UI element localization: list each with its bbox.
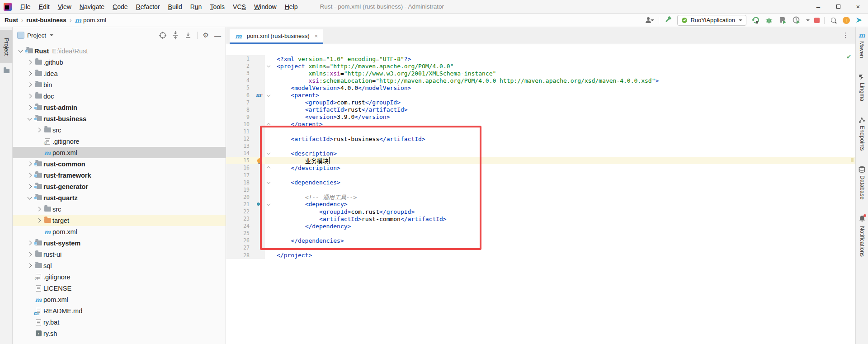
code-line-28[interactable]: 28</project> bbox=[226, 252, 855, 259]
run-configuration-select[interactable]: RuoYiApplication bbox=[677, 15, 746, 26]
tree-chevron-icon[interactable] bbox=[34, 128, 42, 132]
notifications-tool-window-button[interactable]: Notifications bbox=[859, 215, 865, 257]
project-view-selector[interactable]: Project bbox=[27, 32, 46, 39]
code-line-3[interactable]: 3 xmlns:xsi="http://www.w3.org/2001/XMLS… bbox=[226, 70, 855, 77]
tree-item-license[interactable]: LICENSE bbox=[13, 283, 226, 294]
user-account-button[interactable] bbox=[645, 16, 654, 25]
tree-chevron-icon[interactable] bbox=[25, 118, 33, 120]
tree-chevron-icon[interactable] bbox=[25, 174, 33, 177]
code-line-6[interactable]: 6m↑ <parent> bbox=[226, 91, 855, 99]
tree-item-rust-quartz[interactable]: rust-quartz bbox=[13, 192, 226, 203]
menu-build[interactable]: Build bbox=[164, 1, 186, 12]
tree-item-rust-framework[interactable]: rust-framework bbox=[13, 170, 226, 181]
tree-item--gitignore[interactable]: ⊘.gitignore bbox=[13, 271, 226, 283]
tree-item--idea[interactable]: .idea bbox=[13, 68, 226, 79]
code-line-23[interactable]: 23 <artifactId>rust-common</artifactId> bbox=[226, 215, 855, 222]
menu-edit[interactable]: Edit bbox=[35, 1, 54, 12]
tree-item-target[interactable]: target bbox=[13, 215, 226, 226]
menu-code[interactable]: Code bbox=[108, 1, 132, 12]
menu-view[interactable]: View bbox=[54, 1, 75, 12]
expand-all-icon[interactable] bbox=[172, 32, 179, 39]
tree-item-bin[interactable]: bin bbox=[13, 79, 226, 90]
fold-marker-icon[interactable] bbox=[265, 91, 272, 99]
tree-item-doc[interactable]: doc bbox=[13, 90, 226, 102]
code-line-16[interactable]: 16 </description> bbox=[226, 164, 855, 171]
debug-button[interactable] bbox=[764, 16, 774, 25]
bulb-gutter-icon[interactable] bbox=[254, 157, 265, 164]
code-line-17[interactable]: 17 bbox=[226, 172, 855, 179]
tree-item-sql[interactable]: sql bbox=[13, 260, 226, 271]
tree-item-rust[interactable]: RustE:\idea\Rust bbox=[13, 45, 226, 57]
breadcrumb-module[interactable]: rust-business bbox=[26, 17, 66, 24]
code-line-9[interactable]: 9 <version>3.9.0</version> bbox=[226, 113, 855, 121]
coverage-button[interactable] bbox=[792, 16, 801, 25]
lingma-button[interactable] bbox=[854, 16, 863, 25]
tree-chevron-icon[interactable] bbox=[25, 61, 33, 64]
tree-item--gitignore[interactable]: ⊘.gitignore bbox=[13, 136, 226, 147]
project-tool-window-button[interactable]: Project bbox=[0, 30, 13, 63]
code-line-22[interactable]: 22 <groupId>com.rust</groupId> bbox=[226, 208, 855, 215]
menu-navigate[interactable]: Navigate bbox=[75, 1, 108, 12]
tree-item-pom-xml[interactable]: mpom.xml bbox=[13, 226, 226, 237]
editor-options-kebab-icon[interactable]: ⋮ bbox=[842, 31, 849, 39]
stop-button[interactable] bbox=[814, 18, 820, 23]
tree-item-rust-admin[interactable]: rust-admin bbox=[13, 102, 226, 113]
breadcrumb-file[interactable]: pom.xml bbox=[83, 17, 106, 24]
maven-parent-gutter-icon[interactable]: m↑ bbox=[254, 91, 265, 99]
tree-item-src[interactable]: src bbox=[13, 124, 226, 136]
chevron-down-icon[interactable] bbox=[806, 19, 810, 21]
code-editor[interactable]: 1<?xml version="1.0" encoding="UTF-8"?>2… bbox=[226, 44, 855, 344]
fold-marker-icon[interactable] bbox=[265, 62, 272, 70]
code-line-4[interactable]: 4 xsi:schemaLocation="http://maven.apach… bbox=[226, 77, 855, 84]
code-line-1[interactable]: 1<?xml version="1.0" encoding="UTF-8"?> bbox=[226, 55, 855, 62]
settings-gear-icon[interactable]: ⚙ bbox=[203, 31, 209, 39]
tree-item-rust-common[interactable]: rust-common bbox=[13, 158, 226, 170]
tree-chevron-icon[interactable] bbox=[34, 219, 42, 222]
tab-pom-xml[interactable]: m pom.xml (rust-business) × bbox=[230, 29, 323, 44]
update-available-button[interactable]: ↑ bbox=[843, 17, 850, 24]
code-line-5[interactable]: 5 <modelVersion>4.0.0</modelVersion> bbox=[226, 84, 855, 91]
tree-chevron-icon[interactable] bbox=[25, 253, 33, 256]
tree-item-rust-generator[interactable]: rust-generator bbox=[13, 181, 226, 192]
code-line-18[interactable]: 18 <dependencies> bbox=[226, 179, 855, 186]
code-line-15[interactable]: 15 业务模块 bbox=[226, 157, 855, 164]
menu-vcs[interactable]: VCS bbox=[229, 1, 250, 12]
menu-window[interactable]: Window bbox=[250, 1, 281, 12]
code-line-8[interactable]: 8 <artifactId>rust</artifactId> bbox=[226, 106, 855, 113]
fold-marker-icon[interactable] bbox=[265, 179, 272, 186]
endpoints-tool-window-button[interactable]: Endpoints bbox=[859, 117, 865, 151]
code-line-2[interactable]: 2<project xmlns="http://maven.apache.org… bbox=[226, 62, 855, 70]
fold-marker-icon[interactable] bbox=[265, 150, 272, 157]
tree-chevron-icon[interactable] bbox=[25, 241, 33, 245]
menu-tools[interactable]: Tools bbox=[206, 1, 229, 12]
tree-chevron-icon[interactable] bbox=[25, 106, 33, 109]
tree-item-ry-sh[interactable]: ›ry.sh bbox=[13, 328, 226, 339]
code-line-25[interactable]: 25 bbox=[226, 230, 855, 237]
code-line-21[interactable]: 21↑ <dependency> bbox=[226, 201, 855, 208]
menu-file[interactable]: File bbox=[16, 1, 35, 12]
collapse-all-icon[interactable] bbox=[184, 32, 192, 39]
profiler-button[interactable] bbox=[778, 16, 787, 25]
rerun-button[interactable] bbox=[751, 16, 760, 25]
restore-button[interactable] bbox=[828, 0, 848, 13]
tree-chevron-icon[interactable] bbox=[34, 207, 42, 211]
close-button[interactable]: × bbox=[848, 0, 868, 13]
code-line-24[interactable]: 24 </dependency> bbox=[226, 222, 855, 230]
minimize-button[interactable]: – bbox=[808, 0, 828, 13]
fold-marker-icon[interactable] bbox=[265, 121, 272, 128]
fold-marker-icon[interactable] bbox=[265, 164, 272, 171]
menu-refactor[interactable]: Refactor bbox=[132, 1, 164, 12]
tree-item--github[interactable]: .github bbox=[13, 57, 226, 68]
search-everywhere-button[interactable] bbox=[829, 16, 838, 25]
tree-item-ry-bat[interactable]: ry.bat bbox=[13, 316, 226, 328]
code-line-10[interactable]: 10 </parent> bbox=[226, 121, 855, 128]
code-line-27[interactable]: 27 bbox=[226, 244, 855, 251]
code-line-26[interactable]: 26 </dependencies> bbox=[226, 237, 855, 244]
tree-item-rust-system[interactable]: rust-system bbox=[13, 237, 226, 249]
tree-item-rust-ui[interactable]: rust-ui bbox=[13, 249, 226, 260]
fold-marker-icon[interactable] bbox=[265, 201, 272, 208]
tree-item-pom-xml[interactable]: mpom.xml bbox=[13, 147, 226, 158]
tree-chevron-icon[interactable] bbox=[25, 264, 33, 267]
maven-tool-window-button[interactable]: mMaven bbox=[859, 32, 865, 58]
tree-chevron-icon[interactable] bbox=[25, 185, 33, 188]
